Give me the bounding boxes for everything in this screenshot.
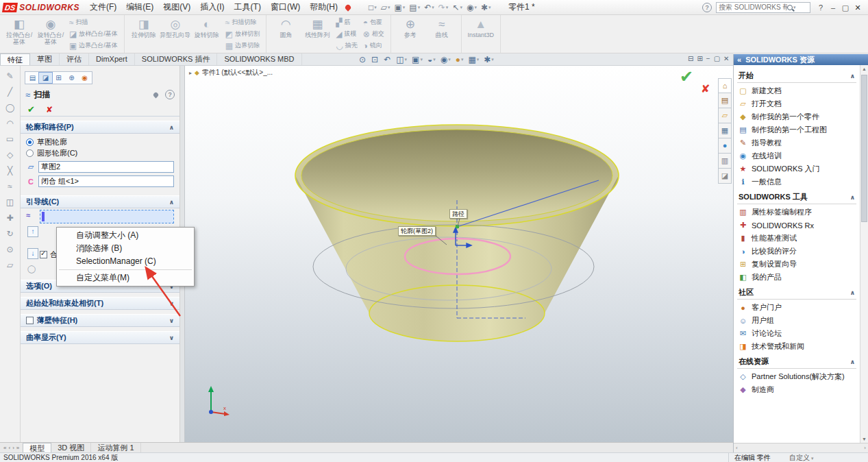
menu-pin-icon[interactable] [344, 3, 351, 11]
save-icon[interactable]: ▣▾ [393, 3, 406, 12]
menu-item[interactable]: 工具(T) [230, 0, 266, 14]
collapse-panel-icon[interactable]: « [737, 56, 741, 64]
propertymanager-tab[interactable]: ◪ [39, 73, 52, 83]
task-pane-link[interactable]: ◇ Partner Solutions(解决方案) [737, 370, 856, 383]
confirmation-ok-icon[interactable]: ✔ [680, 67, 693, 86]
circle-icon[interactable]: ◯ [5, 103, 14, 112]
ribbon-button[interactable]: ◪ 放样凸台/基体 [66, 28, 121, 40]
undo-icon[interactable]: ↶▾ [423, 3, 436, 12]
close-button[interactable]: ✕ [852, 1, 864, 14]
task-pane-hscroll[interactable]: ‹ › [734, 443, 868, 452]
command-tab[interactable]: SOLIDWORKS 插件 [135, 53, 218, 65]
ok-button[interactable]: ✔ [27, 104, 35, 114]
profile-field[interactable]: 草图2 [38, 161, 174, 173]
task-pane-link[interactable]: ◧ 我的产品 [737, 271, 856, 284]
zoom-area-icon[interactable]: ⊡ [371, 55, 379, 64]
zoom-fit-icon[interactable]: ⊙ [359, 55, 367, 64]
ribbon-button[interactable]: ◧ 拉伸凸台/基体 [3, 16, 35, 51]
menu-item[interactable]: 视图(V) [158, 0, 195, 14]
ribbon-button[interactable]: ◩ 放样切割 [223, 28, 262, 40]
ribbon-button[interactable]: ▲ Instant3D [465, 16, 497, 51]
confirmation-cancel-icon[interactable]: ✘ [701, 82, 710, 95]
trim-icon[interactable]: ╳ [8, 166, 12, 175]
task-pane-section-header[interactable]: 开始 [737, 67, 856, 83]
task-pane-link[interactable]: ◨ 技术警戒和新闻 [737, 340, 856, 353]
options-icon[interactable]: ✱▾ [480, 3, 493, 12]
menu-item[interactable]: 窗口(W) [266, 0, 305, 14]
task-pane-link[interactable]: ⊞ 复制设置向导 [737, 258, 856, 271]
task-pane-section-header[interactable]: SOLIDWORKS 工具 [737, 189, 856, 204]
task-pane-section-header[interactable]: 社区 [737, 284, 856, 300]
rectangle-icon[interactable]: ▭ [6, 134, 14, 144]
task-pane-link[interactable]: ▥ 属性标签编制程序 [737, 206, 856, 219]
ribbon-button[interactable]: ≈ 扫描 [66, 16, 121, 28]
task-pane-link[interactable]: ◆ 制作我的第一个零件 [737, 110, 856, 123]
redo-icon[interactable]: ↷▾ [437, 3, 450, 12]
design-library-tab[interactable]: ▤ [718, 93, 732, 108]
appearances-tab[interactable]: ● [718, 138, 732, 154]
keep-visible-pin-icon[interactable] [153, 91, 160, 98]
menu-item[interactable]: 编辑(E) [121, 0, 158, 14]
guide-curve-selection-box[interactable] [40, 210, 174, 223]
show-sections-icon[interactable]: ◯ [27, 265, 36, 273]
dimxpertmanager-tab[interactable]: ⊕ [65, 73, 78, 83]
ribbon-button[interactable]: ▞ 筋 [333, 16, 360, 28]
document-tab[interactable]: 3D 视图 [51, 443, 91, 452]
view-palette-tab[interactable]: ▦ [718, 123, 732, 138]
cancel-button[interactable]: ✘ [46, 105, 53, 114]
radio-circular-profile[interactable]: 圆形轮廓(C) [26, 147, 174, 158]
ribbon-button[interactable]: ▦ 边界切除 [223, 40, 262, 51]
ribbon-button[interactable]: ◓ 包覆 [360, 16, 387, 28]
task-pane-scrollbar[interactable]: ▲ ▼ [860, 65, 868, 443]
ribbon-button[interactable]: ◐ 旋转切除 [191, 16, 223, 51]
featuremanager-tab[interactable]: ▤ [26, 73, 39, 83]
task-pane-link[interactable]: ✎ 指导教程 [737, 136, 856, 149]
context-menu-item[interactable]: SelectionManager (C) [57, 255, 194, 268]
task-pane-link[interactable]: ▤ 制作我的第一个工程图 [737, 123, 856, 136]
breadcrumb-text[interactable]: 零件1 (默认<<默认>_... [202, 68, 273, 77]
scroll-up-icon[interactable]: ▲ [860, 66, 868, 71]
profile-callout[interactable]: 轮廓(草图2) [398, 226, 436, 236]
document-recovery-tab[interactable]: ◪ [718, 169, 732, 184]
close-doc-icon[interactable]: ✕ [723, 55, 729, 62]
menu-item[interactable]: 帮助(H) [305, 0, 343, 14]
task-pane-link[interactable]: ◉ 在线培训 [737, 149, 856, 162]
minimize-button[interactable]: – [827, 1, 839, 14]
view-settings-icon[interactable]: ✱▾ [484, 55, 494, 64]
section-guide-curves[interactable]: 引导线(C) [21, 195, 179, 208]
solidworks-resources-tab[interactable]: ⌂ [718, 78, 732, 93]
document-tab[interactable]: 运动算例 1 [91, 443, 140, 452]
section-thin-feature[interactable]: 薄壁特征(H) [21, 314, 179, 327]
section-view-icon[interactable]: ◫▾ [396, 55, 407, 64]
ribbon-button[interactable]: ◡ 抽壳 [333, 40, 360, 51]
command-tab[interactable]: SOLIDWORKS MBD [217, 53, 301, 65]
tab-nav-arrow-icon[interactable]: » [16, 445, 20, 451]
ribbon-button[interactable]: ◨ 拉伸切除 [128, 16, 160, 51]
tile-doc-icon[interactable]: ⊟ [688, 55, 693, 62]
task-pane-link[interactable]: ◆ 制造商 [737, 383, 856, 396]
previous-view-icon[interactable]: ↶ [384, 55, 391, 64]
new-icon[interactable]: □▾ [367, 3, 378, 12]
tab-nav-arrow-icon[interactable]: ‹ [8, 445, 11, 451]
scroll-left-icon[interactable]: ‹ [736, 445, 738, 451]
file-explorer-tab[interactable]: ▱ [718, 108, 732, 123]
search-icon[interactable] [787, 5, 793, 10]
configurationmanager-tab[interactable]: ⊞ [52, 73, 65, 83]
scroll-down-icon[interactable]: ▼ [860, 437, 868, 441]
task-pane-link[interactable]: ☺ 用户组 [737, 314, 856, 327]
command-tab[interactable]: 草图 [30, 53, 60, 65]
tab-nav-arrow-icon[interactable]: « [3, 445, 7, 451]
task-pane-link[interactable]: ▱ 打开文档 [737, 97, 856, 110]
task-pane-link[interactable]: ℹ 一般信息 [737, 175, 856, 189]
section-profile-path[interactable]: 轮廓和路径(P) [21, 121, 179, 134]
line-icon[interactable]: ╱ [8, 87, 12, 97]
arc-icon[interactable]: ◠ [6, 119, 13, 128]
display-style-icon[interactable]: ◒▾ [427, 55, 436, 64]
restore-doc-icon[interactable]: ▢ [714, 55, 720, 62]
edit-appearance-icon[interactable]: ●▾ [456, 55, 464, 64]
help-icon[interactable]: ? [165, 90, 175, 99]
ribbon-button[interactable]: ≈ 扫描切除 [223, 16, 262, 28]
radio-sketch-profile[interactable]: 草图轮廓 [26, 136, 174, 147]
maximize-button[interactable]: ▢ [839, 1, 852, 14]
ribbon-button[interactable]: ▦ 线性阵列 [301, 16, 333, 51]
